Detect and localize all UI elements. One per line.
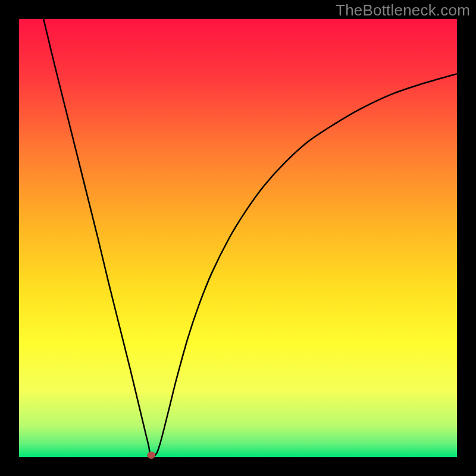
dip-marker [147,452,155,459]
bottleneck-chart [0,0,476,476]
chart-container: TheBottleneck.com [0,0,476,476]
attribution-label: TheBottleneck.com [336,1,470,20]
plot-background [19,19,457,457]
